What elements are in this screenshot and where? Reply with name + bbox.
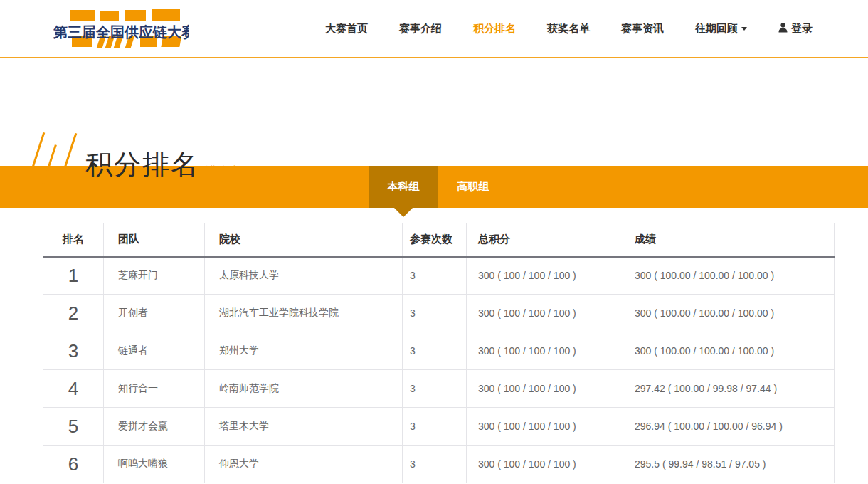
cell-points: 300 ( 100 / 100 / 100 ) xyxy=(467,332,623,370)
nav-item-awards[interactable]: 获奖名单 xyxy=(547,22,590,36)
cell-points: 300 ( 100 / 100 / 100 ) xyxy=(467,446,623,483)
nav-item-news[interactable]: 赛事资讯 xyxy=(621,22,664,36)
cell-times: 3 xyxy=(403,332,467,370)
cell-points: 300 ( 100 / 100 / 100 ) xyxy=(467,370,623,408)
nav-item-ranking[interactable]: 积分排名 xyxy=(473,22,516,36)
ranking-table: 排名 团队 院校 参赛次数 总积分 成绩 1 芝麻开门 太原科技大学 3 300… xyxy=(43,223,835,483)
tab-vocational-group[interactable]: 高职组 xyxy=(438,166,508,208)
cell-rank: 6 xyxy=(43,446,104,483)
cell-score: 300 ( 100.00 / 100.00 / 100.00 ) xyxy=(623,257,835,295)
user-icon xyxy=(778,23,788,35)
header-score: 成绩 xyxy=(623,223,835,257)
cell-team: 爱拼才会赢 xyxy=(104,408,205,446)
cell-times: 3 xyxy=(403,257,467,295)
nav-item-intro[interactable]: 赛事介绍 xyxy=(399,22,442,36)
cell-rank: 1 xyxy=(43,257,104,295)
nav-item-past-reviews[interactable]: 往期回顾 xyxy=(695,22,747,36)
cell-team: 开创者 xyxy=(104,295,205,332)
header-times: 参赛次数 xyxy=(403,223,467,257)
login-button[interactable]: 登录 xyxy=(778,22,813,36)
slash-decoration-icon xyxy=(31,132,46,169)
cell-times: 3 xyxy=(403,446,467,483)
main-nav: 大赛首页 赛事介绍 积分排名 获奖名单 赛事资讯 往期回顾 登录 xyxy=(325,22,813,36)
cell-team: 知行合一 xyxy=(104,370,205,408)
logo-title: 第三届全国供应链大赛 xyxy=(53,24,189,40)
header-team: 团队 xyxy=(104,223,205,257)
cell-team: 链通者 xyxy=(104,332,205,370)
cell-score: 300 ( 100.00 / 100.00 / 100.00 ) xyxy=(623,295,835,332)
table-row: 3 链通者 郑州大学 3 300 ( 100 / 100 / 100 ) 300… xyxy=(43,332,835,370)
table-row: 4 知行合一 岭南师范学院 3 300 ( 100 / 100 / 100 ) … xyxy=(43,370,835,408)
cell-school: 太原科技大学 xyxy=(205,257,403,295)
header-school: 院校 xyxy=(205,223,403,257)
site-header: 第三届全国供应链大赛 大赛首页 赛事介绍 积分排名 获奖名单 赛事资讯 往期回顾… xyxy=(0,0,868,58)
ranking-table-wrap: 排名 团队 院校 参赛次数 总积分 成绩 1 芝麻开门 太原科技大学 3 300… xyxy=(0,208,868,483)
tab-undergraduate-group[interactable]: 本科组 xyxy=(369,166,438,208)
cell-team: 啊呜大嘴狼 xyxy=(104,446,205,483)
slash-decoration-icon xyxy=(63,133,78,170)
nav-item-home[interactable]: 大赛首页 xyxy=(325,22,368,36)
cell-rank: 5 xyxy=(43,408,104,446)
cell-school: 郑州大学 xyxy=(205,332,403,370)
cell-times: 3 xyxy=(403,295,467,332)
cell-score: 297.42 ( 100.00 / 99.98 / 97.44 ) xyxy=(623,370,835,408)
cell-rank: 4 xyxy=(43,370,104,408)
login-label: 登录 xyxy=(791,22,813,36)
cell-rank: 2 xyxy=(43,295,104,332)
cell-school: 湖北汽车工业学院科技学院 xyxy=(205,295,403,332)
cell-school: 仰恩大学 xyxy=(205,446,403,483)
table-row: 6 啊呜大嘴狼 仰恩大学 3 300 ( 100 / 100 / 100 ) 2… xyxy=(43,446,835,483)
chevron-down-icon xyxy=(741,27,747,31)
table-row: 5 爱拼才会赢 塔里木大学 3 300 ( 100 / 100 / 100 ) … xyxy=(43,408,835,446)
cell-times: 3 xyxy=(403,370,467,408)
cell-score: 300 ( 100.00 / 100.00 / 100.00 ) xyxy=(623,332,835,370)
page-title: 积分排名 xyxy=(85,147,199,183)
ranking-rules-link[interactable]: 排名规则 xyxy=(204,163,258,182)
cell-points: 300 ( 100 / 100 / 100 ) xyxy=(467,257,623,295)
cell-school: 岭南师范学院 xyxy=(205,370,403,408)
cell-team: 芝麻开门 xyxy=(104,257,205,295)
site-logo[interactable]: 第三届全国供应链大赛 xyxy=(53,6,189,51)
table-header-row: 排名 团队 院校 参赛次数 总积分 成绩 xyxy=(43,223,835,257)
cell-score: 295.5 ( 99.94 / 98.51 / 97.05 ) xyxy=(623,446,835,483)
header-points: 总积分 xyxy=(467,223,623,257)
table-row: 1 芝麻开门 太原科技大学 3 300 ( 100 / 100 / 100 ) … xyxy=(43,257,835,295)
table-row: 2 开创者 湖北汽车工业学院科技学院 3 300 ( 100 / 100 / 1… xyxy=(43,295,835,332)
cell-score: 296.94 ( 100.00 / 100.00 / 96.94 ) xyxy=(623,408,835,446)
cell-school: 塔里木大学 xyxy=(205,408,403,446)
header-rank: 排名 xyxy=(43,223,104,257)
page-title-section: 积分排名 排名规则 xyxy=(0,58,868,166)
cell-points: 300 ( 100 / 100 / 100 ) xyxy=(467,295,623,332)
nav-item-past-reviews-label: 往期回顾 xyxy=(695,22,738,34)
cell-points: 300 ( 100 / 100 / 100 ) xyxy=(467,408,623,446)
cell-rank: 3 xyxy=(43,332,104,370)
cell-times: 3 xyxy=(403,408,467,446)
